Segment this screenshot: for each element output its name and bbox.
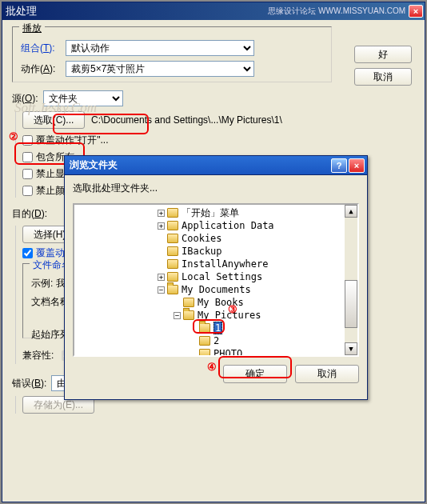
tree-scrollbar[interactable]: ▲ ▼ — [345, 205, 357, 355]
set-dropdown[interactable]: 默认动作 — [66, 40, 254, 56]
action-dropdown[interactable]: 裁剪5×7英寸照片 — [66, 61, 254, 77]
tree-item[interactable]: +Application Data — [78, 219, 357, 232]
watermark-text: 思缘设计论坛 WWW.MISSYUAN.COM — [268, 6, 405, 17]
modal-prompt: 选取批处理文件夹... — [73, 182, 359, 195]
tree-item-selected[interactable]: 1 — [78, 322, 357, 334]
source-dropdown[interactable]: 文件夹 — [43, 90, 123, 106]
browse-folder-dialog: 浏览文件夹 ? × 选取批处理文件夹... +「开始」菜单 +Applicati… — [64, 155, 368, 400]
cancel-button[interactable]: 取消 — [354, 68, 412, 86]
close-icon[interactable]: × — [349, 158, 365, 173]
tree-item[interactable]: +「开始」菜单 — [78, 206, 357, 219]
tree-item[interactable]: InstallAnywhere — [78, 258, 357, 270]
tree-item[interactable]: −My Pictures — [78, 309, 357, 322]
set-label: 组合(T): — [21, 42, 66, 55]
source-path: C:\Documents and Settings\...\My Picture… — [91, 114, 282, 126]
scroll-thumb[interactable] — [345, 280, 357, 328]
playback-legend: 播放 — [19, 22, 45, 35]
modal-title: 浏览文件夹 — [70, 158, 118, 172]
choose-source-button[interactable]: 选取(C)... — [22, 111, 85, 129]
scroll-up-icon[interactable]: ▲ — [345, 205, 357, 218]
folder-tree[interactable]: +「开始」菜单 +Application Data Cookies IBacku… — [73, 203, 359, 357]
tree-item[interactable]: IBackup — [78, 245, 357, 258]
tree-item[interactable]: My Books — [78, 296, 357, 309]
tree-item[interactable]: 2 — [78, 334, 357, 347]
scroll-down-icon[interactable]: ▼ — [345, 342, 357, 355]
tree-item[interactable]: +Local Settings — [78, 270, 357, 283]
main-titlebar[interactable]: 批处理 思缘设计论坛 WWW.MISSYUAN.COM × — [2, 2, 425, 20]
tree-item[interactable]: −My Documents — [78, 283, 357, 296]
source-label: 源(O): — [12, 92, 38, 106]
close-icon[interactable]: × — [409, 5, 423, 18]
modal-titlebar[interactable]: 浏览文件夹 ? × — [65, 156, 367, 175]
tree-item[interactable]: PHOTO — [78, 347, 357, 357]
help-icon[interactable]: ? — [331, 158, 347, 173]
main-title: 批处理 — [6, 4, 37, 18]
override-open-checkbox[interactable]: 覆盖动作"打开"... — [22, 134, 415, 147]
action-label: 动作(A): — [21, 62, 66, 76]
dest-label: 目的(D): — [12, 207, 47, 221]
tree-item[interactable]: Cookies — [78, 232, 357, 245]
errors-label: 错误(B): — [12, 377, 46, 390]
ok-button[interactable]: 好 — [354, 46, 412, 63]
modal-cancel-button[interactable]: 取消 — [295, 365, 359, 383]
compat-label: 兼容性: — [22, 349, 54, 362]
modal-ok-button[interactable]: 确定 — [223, 365, 287, 383]
